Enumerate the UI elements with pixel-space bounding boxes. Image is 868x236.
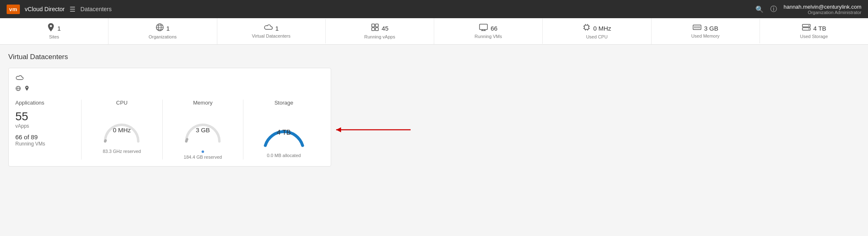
- svg-marker-36: [336, 127, 341, 132]
- cpu-gauge: CPU 0 MHz 83.3 GHz reserved: [82, 100, 163, 160]
- card-metrics: Applications 55 vApps 66 of 89 Running V…: [15, 100, 324, 160]
- organizations-label: Organizations: [149, 34, 177, 39]
- storage-gauge-wrapper: 4 TB: [261, 112, 307, 150]
- nav-right: 🔍 ⓘ hannah.melvin@centurylink.com Organi…: [755, 4, 861, 15]
- page-content: Virtual Datacenters: [0, 45, 868, 175]
- globe-icon: [156, 23, 164, 33]
- stat-cpu-top: 0 MHz: [582, 23, 611, 33]
- cpu-icon: [582, 23, 591, 33]
- applications-column: Applications 55 vApps 66 of 89 Running V…: [15, 100, 82, 160]
- stat-vapps-top: 45: [371, 23, 389, 33]
- app-title: vCloud Director: [25, 6, 65, 12]
- stat-organizations[interactable]: 1 Organizations: [108, 18, 217, 44]
- cpu-value: 0 MHz: [113, 126, 131, 133]
- card-sub-icons: [15, 86, 324, 93]
- vms-count: 66 of 89: [15, 134, 71, 140]
- vms-label: Running VMs: [15, 141, 71, 147]
- sites-number: 1: [57, 25, 60, 32]
- stats-bar: 1 Sites 1 Organizations: [0, 18, 868, 45]
- user-email: hannah.melvin@centurylink.com: [784, 4, 861, 10]
- cpu-title: CPU: [116, 100, 127, 106]
- storage-title: Storage: [274, 100, 293, 106]
- svg-rect-8: [375, 28, 378, 31]
- stat-vdc-top: 1: [264, 24, 279, 33]
- memory-number: 3 GB: [704, 25, 718, 32]
- vdc-label: Virtual Datacenters: [252, 33, 290, 38]
- organizations-number: 1: [166, 25, 170, 32]
- svg-rect-7: [372, 28, 375, 31]
- stat-vms-top: 66: [479, 24, 498, 33]
- svg-rect-9: [480, 24, 488, 30]
- svg-rect-6: [375, 24, 378, 27]
- user-role: Organization Administrator: [784, 10, 861, 15]
- annotation-arrow: [332, 126, 415, 134]
- stat-virtual-datacenters[interactable]: 1 Virtual Datacenters: [217, 19, 326, 43]
- cloud-icon: [264, 24, 273, 33]
- vdc-number: 1: [275, 25, 279, 32]
- vapps-label: Running vApps: [364, 34, 395, 39]
- svg-point-31: [808, 29, 809, 29]
- cpu-number: 0 MHz: [593, 25, 611, 32]
- grid-icon: [371, 23, 379, 33]
- vapps-number: 45: [382, 25, 389, 32]
- pin-icon: [47, 23, 55, 33]
- stat-organizations-top: 1: [156, 23, 170, 33]
- memory-value: 3 GB: [196, 126, 210, 133]
- storage-number: 4 TB: [813, 25, 826, 32]
- sites-label: Sites: [49, 34, 59, 39]
- stat-running-vms[interactable]: 66 Running VMs: [434, 19, 543, 44]
- memory-icon: [692, 24, 702, 33]
- stat-running-vapps[interactable]: 45 Running vApps: [326, 18, 434, 44]
- stat-used-storage[interactable]: 4 TB Used Storage: [760, 19, 868, 44]
- storage-gauge: Storage 4 TB 0.0 MB allocated: [243, 100, 324, 160]
- applications-title: Applications: [15, 100, 71, 106]
- breadcrumb: Datacenters: [80, 6, 111, 12]
- memory-gauge: Memory 3 GB 184.4 GB reserved: [163, 100, 244, 160]
- stat-storage-top: 4 TB: [802, 24, 826, 33]
- stat-used-cpu[interactable]: 0 MHz Used CPU: [543, 18, 651, 44]
- cpu-label: Used CPU: [586, 34, 608, 39]
- card-top-icons: [15, 75, 324, 82]
- storage-value: 4 TB: [277, 129, 291, 136]
- search-icon[interactable]: 🔍: [755, 5, 764, 13]
- top-navigation: vm vCloud Director ☰ Datacenters 🔍 ⓘ han…: [0, 0, 868, 18]
- vapps-count: 55: [15, 111, 71, 122]
- memory-label: Used Memory: [691, 33, 719, 38]
- monitor-icon: [479, 24, 488, 33]
- vms-label: Running VMs: [475, 34, 502, 39]
- storage-sublabel: 0.0 MB allocated: [267, 153, 301, 158]
- vm-logo: vm: [7, 5, 20, 14]
- memory-dot: [202, 150, 204, 153]
- globe-card-icon: [15, 86, 21, 93]
- menu-icon[interactable]: ☰: [70, 5, 75, 13]
- nav-left: vm vCloud Director ☰ Datacenters: [7, 5, 112, 14]
- memory-gauge-wrapper: 3 GB: [182, 112, 224, 145]
- cloud-card-icon: [15, 75, 24, 82]
- memory-title: Memory: [193, 100, 213, 106]
- stat-sites-top: 1: [47, 23, 60, 33]
- stat-sites[interactable]: 1 Sites: [0, 18, 108, 44]
- storage-label: Used Storage: [800, 34, 828, 39]
- datacenter-card: Applications 55 vApps 66 of 89 Running V…: [8, 68, 331, 167]
- help-icon[interactable]: ⓘ: [770, 5, 777, 14]
- page-title: Virtual Datacenters: [8, 53, 860, 61]
- stat-memory-top: 3 GB: [692, 24, 718, 33]
- cpu-gauge-wrapper: 0 MHz: [101, 112, 142, 145]
- memory-sublabel: 184.4 GB reserved: [184, 155, 222, 160]
- svg-rect-5: [372, 24, 375, 27]
- user-info: hannah.melvin@centurylink.com Organizati…: [784, 4, 861, 15]
- vapps-label: vApps: [15, 123, 71, 129]
- storage-icon: [802, 24, 811, 33]
- svg-rect-13: [584, 25, 589, 29]
- pin-card-icon: [24, 86, 29, 93]
- svg-point-30: [808, 25, 809, 26]
- cpu-sublabel: 83.3 GHz reserved: [103, 149, 141, 154]
- stat-used-memory[interactable]: 3 GB Used Memory: [652, 19, 760, 43]
- vms-number: 66: [491, 25, 498, 32]
